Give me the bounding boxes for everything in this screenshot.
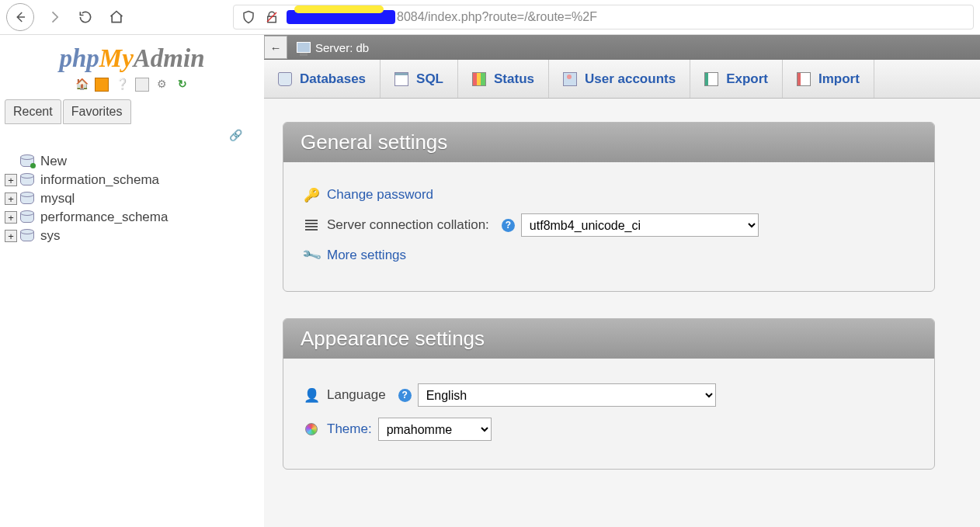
help-icon[interactable]: ? [502, 219, 515, 232]
expand-icon[interactable]: + [5, 174, 17, 186]
change-password-link[interactable]: Change password [327, 187, 433, 203]
redacted-host [287, 10, 395, 24]
collapse-link-icon[interactable]: 🔗 [0, 124, 264, 149]
tab-sql[interactable]: SQL [381, 60, 458, 98]
tab-export[interactable]: Export [690, 60, 783, 98]
sidebar-tab-favorites[interactable]: Favorites [63, 99, 131, 124]
collation-select[interactable]: utf8mb4_unicode_ci [521, 213, 759, 237]
home-icon [109, 9, 124, 25]
general-settings-panel: General settings 🔑 Change password Serve… [283, 122, 935, 292]
nav-reload-button[interactable] [75, 6, 96, 28]
tree-item-new[interactable]: New [5, 152, 264, 171]
tree-item-performance-schema[interactable]: + performance_schema [5, 208, 264, 227]
docs-icon[interactable] [135, 78, 149, 92]
status-icon [472, 72, 486, 86]
expand-icon[interactable]: + [5, 192, 17, 205]
new-db-icon [20, 156, 34, 167]
home-icon[interactable]: 🏠 [75, 78, 89, 92]
theme-label: Theme: [327, 421, 372, 437]
tree-item-information-schema[interactable]: + information_schema [5, 171, 264, 189]
database-icon [20, 175, 34, 185]
panel-heading: Appearance settings [283, 319, 934, 359]
database-icon [278, 72, 292, 86]
url-suffix: 8084/index.php?route=/&route=%2F [397, 10, 597, 24]
database-icon [20, 193, 34, 204]
panel-heading: General settings [283, 123, 934, 162]
key-icon: 🔑 [304, 187, 319, 203]
tab-databases[interactable]: Databases [264, 60, 381, 98]
database-icon [20, 212, 34, 223]
browser-toolbar: 8084/index.php?route=/&route=%2F [0, 0, 980, 35]
more-settings-link[interactable]: More settings [327, 248, 406, 263]
server-icon [297, 42, 311, 53]
tree-item-mysql[interactable]: + mysql [5, 189, 264, 208]
address-bar[interactable]: 8084/index.php?route=/&route=%2F [233, 5, 974, 29]
breadcrumb-bar: ← Server: db [264, 35, 980, 60]
arrow-left-icon [13, 10, 27, 24]
nav-forward-button[interactable] [43, 6, 65, 28]
sidebar-quick-icons: 🏠 ❔ ⚙ ↻ [0, 78, 264, 92]
language-icon: 👤 [304, 387, 319, 403]
sidebar-tab-recent[interactable]: Recent [5, 99, 61, 124]
appearance-settings-panel: Appearance settings 👤 Language ? English… [283, 318, 935, 470]
tab-user-accounts[interactable]: User accounts [549, 60, 690, 98]
language-label: Language [327, 387, 386, 403]
server-breadcrumb[interactable]: Server: db [315, 41, 369, 54]
shield-icon [240, 9, 257, 26]
nav-back-button[interactable] [6, 3, 34, 31]
expand-icon[interactable]: + [5, 230, 17, 242]
tab-status[interactable]: Status [458, 60, 549, 98]
theme-select[interactable]: pmahomme [378, 418, 492, 441]
collation-label: Server connection collation: [327, 217, 489, 233]
tree-item-sys[interactable]: + sys [5, 227, 264, 245]
logout-icon[interactable] [95, 78, 109, 92]
db-tree: New + information_schema + mysql + perfo… [0, 149, 264, 245]
theme-icon [304, 421, 319, 437]
sidebar: phpMyAdmin 🏠 ❔ ⚙ ↻ Recent Favorites 🔗 Ne… [0, 35, 264, 527]
wrench-icon: 🔧 [301, 244, 321, 265]
import-icon [797, 72, 811, 86]
sql-icon [394, 72, 408, 86]
arrow-right-icon [47, 9, 62, 25]
database-icon [20, 231, 34, 241]
reload-icon [78, 9, 93, 25]
settings-icon[interactable]: ⚙ [155, 78, 169, 92]
main-tabs: Databases SQL Status User accounts Expor… [264, 60, 980, 99]
collapse-sidebar-button[interactable]: ← [264, 36, 287, 59]
user-icon [563, 72, 577, 86]
phpmyadmin-logo[interactable]: phpMyAdmin [0, 44, 264, 73]
reload-icon[interactable]: ↻ [175, 78, 189, 92]
help-icon[interactable]: ? [398, 389, 412, 402]
help-icon[interactable]: ❔ [115, 78, 129, 92]
expand-icon[interactable]: + [5, 211, 17, 224]
main-area: ← Server: db Databases SQL Status User a… [264, 35, 980, 527]
tab-import[interactable]: Import [783, 60, 874, 98]
nav-home-button[interactable] [106, 6, 127, 28]
export-icon [704, 72, 718, 86]
list-icon [304, 217, 319, 233]
language-select[interactable]: English [418, 383, 716, 407]
insecure-lock-icon [263, 9, 280, 26]
